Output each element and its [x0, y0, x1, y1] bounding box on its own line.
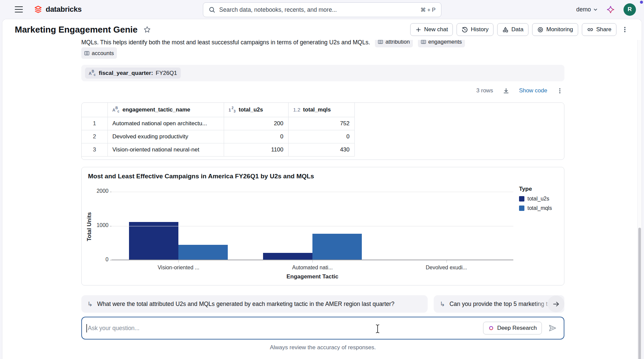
- column-header-index: [82, 103, 108, 117]
- top-bar: databricks Search data, notebooks, recen…: [0, 0, 644, 19]
- assistant-message-text: MQLs. This helps identify both the most …: [81, 40, 370, 46]
- table-row[interactable]: 2Devolved exuding productivity00: [82, 130, 354, 143]
- legend-title: Type: [519, 186, 552, 192]
- history-button[interactable]: History: [457, 23, 493, 36]
- favorite-star-icon[interactable]: [143, 26, 151, 34]
- global-search-input[interactable]: Search data, notebooks, recents, and mor…: [203, 2, 441, 17]
- scrollbar-track[interactable]: [637, 39, 642, 359]
- result-kebab-menu[interactable]: [555, 86, 564, 95]
- new-chat-label: New chat: [424, 26, 448, 33]
- chevron-down-icon: [593, 8, 598, 11]
- databricks-logo-icon: [34, 5, 43, 14]
- suggested-questions: ↳ What were the total attributed U2s and…: [81, 295, 564, 313]
- chart-legend: Type total_u2stotal_mqls: [519, 186, 552, 211]
- send-icon[interactable]: [548, 324, 557, 333]
- column-header-total-mqls[interactable]: 1.2 total_mqls: [288, 103, 354, 117]
- cell-total_u2s: 1100: [224, 143, 288, 156]
- hamburger-menu-icon[interactable]: [15, 6, 23, 12]
- workspace-switcher[interactable]: demo: [576, 6, 598, 13]
- table-ref-chip-accounts[interactable]: accounts: [81, 47, 117, 59]
- column-header-engagement-tactic-name[interactable]: ABc engagement_tactic_name: [108, 103, 224, 117]
- table-ref-label: attribution: [385, 40, 410, 47]
- filters-bar: ABc fiscal_year_quarter: FY26Q1: [81, 65, 564, 81]
- question-input[interactable]: Ask your question...: [81, 317, 564, 340]
- search-icon: [209, 6, 215, 13]
- filter-label: fiscal_year_quarter:: [99, 70, 153, 77]
- page-title: Marketing Engagement Genie: [15, 25, 138, 35]
- header-kebab-menu[interactable]: [620, 25, 630, 34]
- branch-arrow-icon: ↳: [440, 300, 445, 308]
- cell-index: 2: [82, 130, 108, 143]
- bar-group: [112, 192, 246, 260]
- plus-icon: [415, 27, 422, 33]
- cell-total_u2s: 200: [224, 117, 288, 130]
- download-icon[interactable]: [501, 86, 511, 96]
- new-chat-button[interactable]: New chat: [410, 23, 453, 36]
- share-label: Share: [596, 26, 611, 33]
- cell-engagement_tactic_name: Automated national open architectu...: [108, 117, 224, 130]
- bar-total_u2s[interactable]: [129, 222, 178, 260]
- suggestions-next-button[interactable]: [548, 296, 564, 312]
- show-code-link[interactable]: Show code: [519, 87, 547, 94]
- monitoring-label: Monitoring: [546, 26, 573, 33]
- column-header-total-u2s[interactable]: 123 total_u2s: [224, 103, 288, 117]
- gridline-2000: [112, 192, 513, 192]
- cell-total_u2s: 0: [224, 130, 288, 143]
- scrollbar-thumb[interactable]: [638, 228, 641, 359]
- databricks-logo[interactable]: databricks: [34, 5, 82, 14]
- page-header: Marketing Engagement Genie New chat Hist…: [2, 19, 642, 40]
- bar-total_u2s[interactable]: [263, 253, 312, 260]
- bar-group: [246, 192, 380, 260]
- legend-item[interactable]: total_mqls: [519, 205, 552, 211]
- integer-type-icon: 123: [229, 107, 236, 113]
- user-avatar[interactable]: R: [624, 3, 636, 16]
- monitoring-button[interactable]: Monitoring: [532, 23, 578, 36]
- mouse-cursor-ibeam: [375, 324, 380, 333]
- x-category-label: Automated nati...: [246, 265, 380, 271]
- fiscal-year-quarter-filter-chip[interactable]: ABc fiscal_year_quarter: FY26Q1: [85, 68, 181, 79]
- suggestion-chip-1[interactable]: ↳ What were the total attributed U2s and…: [81, 295, 428, 313]
- chart-title: Most and Least Effective Campaigns in Am…: [88, 173, 314, 180]
- share-button[interactable]: Share: [582, 23, 616, 36]
- table-row[interactable]: 3Vision-oriented national neural-net1100…: [82, 143, 354, 156]
- table-ref-chip-attribution[interactable]: attribution: [375, 40, 413, 47]
- column-label: total_u2s: [239, 106, 263, 113]
- brand-name: databricks: [46, 5, 82, 14]
- decimal-type-icon: 1.2: [293, 107, 301, 113]
- legend-label: total_mqls: [527, 205, 552, 211]
- y-tick-0: 0: [88, 257, 109, 263]
- x-category-label: Devolved exudi...: [379, 265, 513, 271]
- result-toolbar: 3 rows Show code: [81, 85, 564, 96]
- legend-item[interactable]: total_u2s: [519, 196, 552, 202]
- bar-total_mqls[interactable]: [312, 234, 362, 260]
- deep-research-button[interactable]: Deep Research: [483, 322, 542, 334]
- monitoring-target-icon: [537, 27, 544, 33]
- chart-plot: [112, 192, 513, 260]
- accuracy-disclaimer: Always review the accuracy of responses.: [81, 344, 564, 351]
- bar-total_mqls[interactable]: [178, 245, 228, 260]
- assistant-sparkle-icon[interactable]: [606, 5, 615, 14]
- x-category-label: Vision-oriented ...: [112, 265, 246, 271]
- x-tick-mark: [312, 260, 313, 263]
- y-tick-2000: 2000: [88, 188, 109, 194]
- table-ref-chip-engagements[interactable]: engagements: [418, 40, 465, 47]
- cell-total_mqls: 0: [288, 130, 354, 143]
- x-axis-title: Engagement Tactic: [112, 273, 513, 280]
- legend-swatch: [519, 196, 524, 201]
- cell-total_mqls: 752: [288, 117, 354, 130]
- share-link-icon: [587, 26, 594, 33]
- column-label: total_mqls: [303, 106, 331, 113]
- string-type-icon: ABc: [89, 70, 96, 76]
- suggestion-chip-2[interactable]: ↳ Can you provide the top 5 marketing t: [434, 295, 564, 313]
- row-count: 3 rows: [476, 87, 493, 94]
- table-ref-label: accounts: [92, 48, 114, 58]
- search-shortcut: ⌘ + P: [421, 7, 436, 13]
- gridline-1000: [112, 226, 513, 226]
- column-label: engagement_tactic_name: [123, 106, 190, 113]
- cell-engagement_tactic_name: Devolved exuding productivity: [108, 130, 224, 143]
- workspace-name: demo: [576, 6, 591, 13]
- table-row[interactable]: 1Automated national open architectu...20…: [82, 117, 354, 130]
- history-label: History: [471, 26, 488, 33]
- data-button[interactable]: Data: [497, 23, 528, 36]
- suggestion-text: What were the total attributed U2s and M…: [97, 301, 394, 308]
